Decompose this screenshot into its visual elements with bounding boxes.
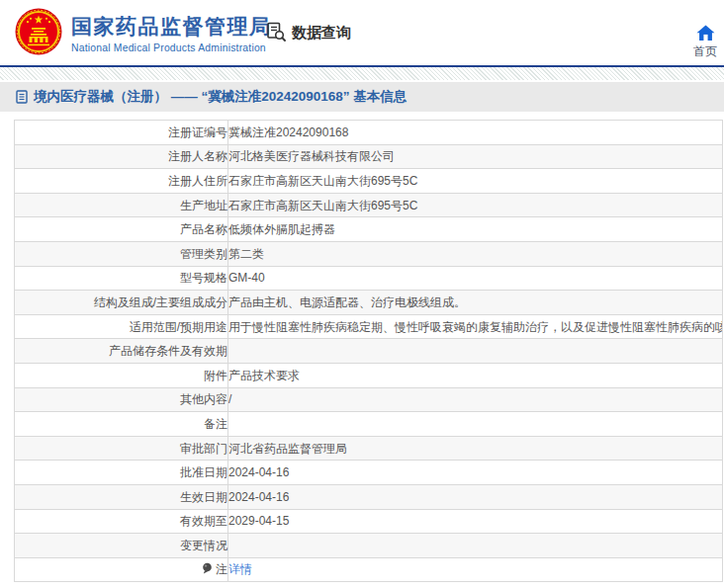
table-row: 有效期至2029-04-15 — [15, 509, 723, 534]
row-value — [228, 412, 723, 437]
row-value: GM-40 — [228, 266, 723, 291]
row-value — [228, 534, 723, 558]
row-value: 冀械注准20242090168 — [228, 121, 723, 145]
row-value: 河北格美医疗器械科技有限公司 — [228, 144, 723, 169]
site-title: 国家药品监督管理局 — [71, 14, 272, 39]
row-value: 2024-04-16 — [228, 484, 723, 509]
row-label: 批准日期 — [15, 461, 228, 485]
site-subtitle: National Medical Products Administration — [71, 42, 272, 53]
table-row: 管理类别第二类 — [15, 241, 723, 266]
table-row: 批准日期2024-04-16 — [15, 461, 723, 485]
table-row: 注详情 — [15, 557, 723, 582]
row-value: 产品技术要求 — [228, 363, 723, 387]
row-value: 2029-04-15 — [228, 509, 723, 534]
table-row: 型号规格GM-40 — [15, 266, 723, 291]
table-row: 变更情况 — [15, 534, 723, 558]
row-label: 产品储存条件及有效期 — [15, 339, 228, 364]
row-value: 低频体外膈肌起搏器 — [228, 217, 723, 242]
row-value: 河北省药品监督管理局 — [228, 436, 723, 461]
table-row: 生效日期2024-04-16 — [15, 484, 723, 509]
document-search-icon — [265, 21, 287, 45]
row-label: 生效日期 — [15, 484, 228, 509]
table-row: 注册人名称河北格美医疗器械科技有限公司 — [15, 144, 723, 169]
table-row: 审批部门河北省药品监督管理局 — [15, 436, 723, 461]
row-value: 石家庄市高新区天山南大街695号5C — [228, 169, 723, 194]
row-value: 第二类 — [228, 241, 723, 266]
document-icon — [16, 90, 28, 104]
row-label: 注册人名称 — [15, 144, 228, 169]
row-label: 管理类别 — [15, 241, 228, 266]
home-icon — [696, 25, 715, 43]
row-value: 石家庄市高新区天山南大街695号5C — [228, 193, 723, 217]
table-row: 产品储存条件及有效期 — [15, 339, 723, 364]
row-label: 结构及组成/主要组成成分 — [15, 291, 228, 315]
table-row: 适用范围/预期用途用于慢性阻塞性肺疾病稳定期、慢性呼吸衰竭的康复辅助治疗，以及促… — [15, 314, 723, 339]
hatch-band — [0, 67, 724, 80]
row-label: 注册人住所 — [15, 169, 228, 194]
table-row: 其他内容/ — [15, 387, 723, 412]
row-label: 型号规格 — [15, 266, 228, 291]
nmpa-logo[interactable]: 国家药品监督管理局 National Medical Products Admi… — [15, 8, 272, 59]
table-row: 生产地址石家庄市高新区天山南大街695号5C — [15, 193, 723, 217]
data-query-nav[interactable]: 数据查询 — [265, 21, 351, 45]
row-label: 适用范围/预期用途 — [15, 314, 228, 339]
row-label: 附件 — [15, 363, 228, 387]
row-value: 用于慢性阻塞性肺疾病稳定期、慢性呼吸衰竭的康复辅助治疗，以及促进慢性阻塞性肺疾病… — [228, 314, 723, 339]
row-label: 注 — [15, 557, 228, 582]
row-label: 有效期至 — [15, 509, 228, 534]
table-row: 结构及组成/主要组成成分产品由主机、电源适配器、治疗电极线组成。 — [15, 291, 723, 315]
table-row: 备注 — [15, 412, 723, 437]
breadcrumb: 境内医疗器械（注册） —— “冀械注准20242090168” 基本信息 — [0, 82, 724, 112]
table-row: 附件产品技术要求 — [15, 363, 723, 387]
row-label: 备注 — [15, 412, 228, 437]
home-label: 首页 — [693, 45, 717, 57]
row-label: 注册证编号 — [15, 121, 228, 145]
row-label: 产品名称 — [15, 217, 228, 242]
row-value — [228, 339, 723, 364]
note-icon — [202, 562, 213, 576]
home-nav[interactable]: 首页 — [693, 25, 717, 57]
site-header: 国家药品监督管理局 National Medical Products Admi… — [0, 0, 724, 65]
data-query-label: 数据查询 — [292, 24, 351, 42]
breadcrumb-text: 境内医疗器械（注册） —— “冀械注准20242090168” 基本信息 — [34, 88, 407, 106]
row-value: 详情 — [228, 557, 723, 582]
row-label: 生产地址 — [15, 193, 228, 217]
china-national-emblem-icon — [15, 8, 62, 59]
row-value: 2024-04-16 — [228, 461, 723, 485]
table-row: 注册人住所石家庄市高新区天山南大街695号5C — [15, 169, 723, 194]
detail-link[interactable]: 详情 — [228, 562, 252, 576]
row-label: 审批部门 — [15, 436, 228, 461]
detail-table-wrap: 注册证编号冀械注准20242090168注册人名称河北格美医疗器械科技有限公司注… — [14, 120, 724, 582]
row-label: 变更情况 — [15, 534, 228, 558]
table-row: 产品名称低频体外膈肌起搏器 — [15, 217, 723, 242]
table-row: 注册证编号冀械注准20242090168 — [15, 121, 723, 145]
row-label: 其他内容 — [15, 387, 228, 412]
detail-table: 注册证编号冀械注准20242090168注册人名称河北格美医疗器械科技有限公司注… — [14, 120, 723, 582]
row-value: 产品由主机、电源适配器、治疗电极线组成。 — [228, 291, 723, 315]
logo-text: 国家药品监督管理局 National Medical Products Admi… — [71, 14, 272, 52]
row-value: / — [228, 387, 723, 412]
